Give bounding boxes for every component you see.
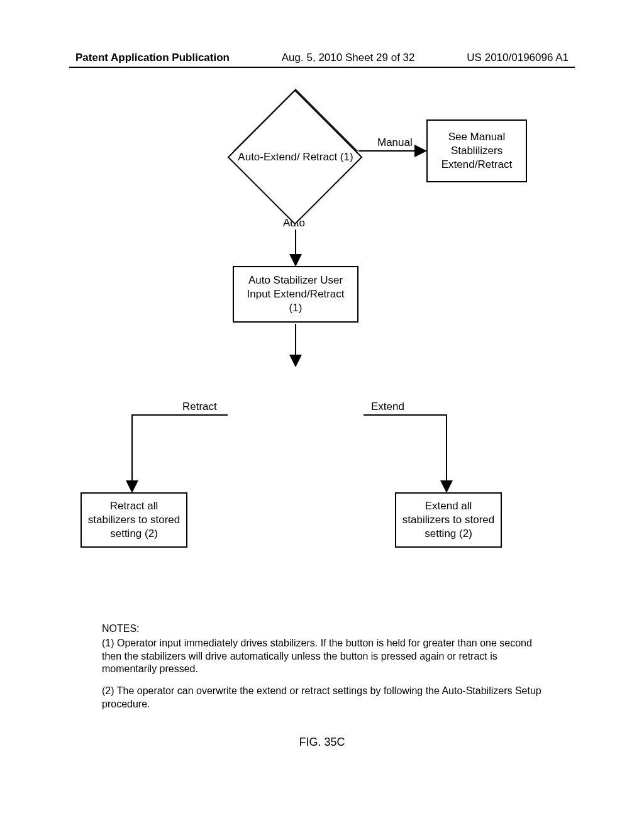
manual-ref-box: See Manual Stablilizers Extend/Retract bbox=[426, 119, 527, 182]
retract-box: Retract all stabilizers to stored settin… bbox=[80, 492, 187, 548]
header-center: Aug. 5, 2010 Sheet 29 of 32 bbox=[282, 52, 415, 64]
decision-extend-retract-label: Auto-Extend/ Retract (1) bbox=[226, 110, 365, 204]
edge-label-extend: Extend bbox=[371, 401, 404, 413]
page-header: Patent Application Publication Aug. 5, 2… bbox=[0, 52, 644, 64]
edge-label-retract: Retract bbox=[182, 401, 217, 413]
flowchart: Auto/Manual Stabilizers See Manual Stabl… bbox=[69, 110, 575, 588]
extend-box: Extend all stabilizers to stored setting… bbox=[395, 492, 502, 548]
header-rule bbox=[69, 67, 575, 68]
header-right: US 2010/0196096 A1 bbox=[467, 52, 569, 64]
figure-caption: FIG. 35C bbox=[0, 736, 644, 749]
note-1: (1) Operator input immediately drives st… bbox=[102, 637, 548, 676]
notes-title: NOTES: bbox=[102, 622, 548, 636]
extend-text: Extend all stabilizers to stored setting… bbox=[401, 499, 496, 541]
auto-input-text: Auto Stabilizer User Input Extend/Retrac… bbox=[239, 274, 352, 315]
retract-text: Retract all stabilizers to stored settin… bbox=[87, 499, 181, 541]
edge-label-manual: Manual bbox=[377, 136, 413, 149]
header-left: Patent Application Publication bbox=[75, 52, 230, 64]
notes-section: NOTES: (1) Operator input immediately dr… bbox=[102, 622, 548, 720]
manual-ref-text: See Manual Stablilizers Extend/Retract bbox=[433, 130, 521, 172]
note-2: (2) The operator can overwrite the exten… bbox=[102, 685, 548, 711]
auto-input-box: Auto Stabilizer User Input Extend/Retrac… bbox=[233, 266, 358, 323]
